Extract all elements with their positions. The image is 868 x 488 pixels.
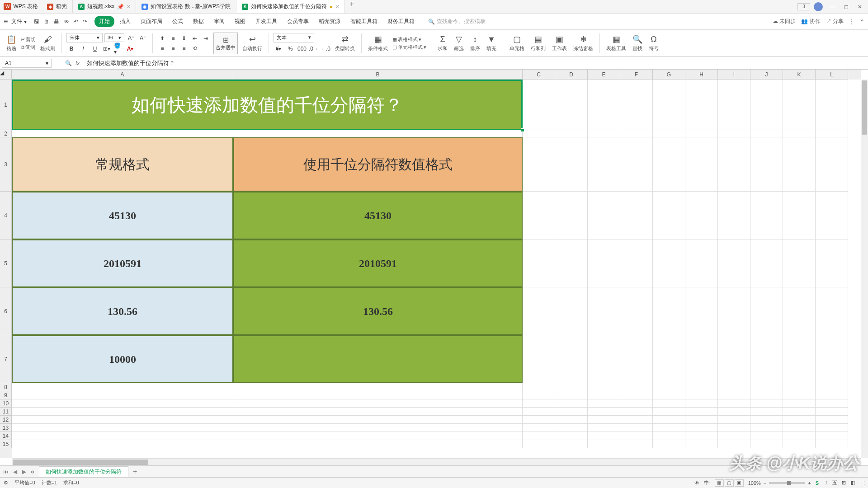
currency-icon[interactable]: ¥▾ <box>274 44 283 53</box>
name-box[interactable]: A1▾ <box>2 59 52 68</box>
cell[interactable] <box>523 399 555 408</box>
col-header-D[interactable]: D <box>555 70 588 80</box>
cell[interactable] <box>588 391 620 399</box>
cell[interactable] <box>620 383 653 391</box>
cell[interactable] <box>523 408 555 416</box>
cell[interactable] <box>685 239 718 287</box>
settings-icon[interactable]: ⚙ <box>4 480 8 486</box>
cell[interactable] <box>523 137 555 192</box>
cell[interactable] <box>233 416 523 424</box>
cell[interactable] <box>783 432 816 440</box>
cell[interactable] <box>750 408 783 416</box>
cell[interactable] <box>783 383 816 391</box>
cell[interactable] <box>816 424 848 432</box>
cell[interactable] <box>523 80 555 130</box>
cell[interactable] <box>718 80 750 130</box>
cell[interactable] <box>783 391 816 399</box>
cell[interactable] <box>233 399 523 408</box>
cell-style-button[interactable]: ▢ 单元格样式▾ <box>392 44 426 51</box>
new-tab-button[interactable]: + <box>345 0 358 13</box>
cell[interactable] <box>783 80 816 130</box>
cell[interactable] <box>12 416 233 424</box>
tab-dev[interactable]: 开发工具 <box>251 16 282 27</box>
cell[interactable] <box>685 391 718 399</box>
moon-icon[interactable]: ☽ <box>823 480 828 486</box>
tab-review[interactable]: 审阅 <box>209 16 229 27</box>
cell[interactable] <box>750 432 783 440</box>
saveas-icon[interactable]: 🗎 <box>44 19 49 25</box>
cell[interactable] <box>12 130 233 137</box>
cell[interactable] <box>653 137 685 192</box>
cell[interactable] <box>12 424 233 432</box>
eye-icon[interactable]: 👁 <box>694 480 699 486</box>
row-header-12[interactable]: 12 <box>0 416 12 424</box>
cell[interactable] <box>653 239 685 287</box>
cell[interactable] <box>588 440 620 448</box>
header-normal[interactable]: 常规格式 <box>12 137 233 192</box>
cell[interactable] <box>816 440 848 448</box>
decrease-font-icon[interactable]: A⁻ <box>138 33 148 42</box>
cell[interactable] <box>718 287 750 335</box>
col-header-H[interactable]: H <box>685 70 718 80</box>
cell[interactable] <box>620 239 653 287</box>
col-header-E[interactable]: E <box>588 70 620 80</box>
cell[interactable] <box>653 80 685 130</box>
cell[interactable] <box>816 239 848 287</box>
cell[interactable] <box>718 416 750 424</box>
cell[interactable] <box>523 424 555 432</box>
minimize-button[interactable]: — <box>826 1 839 12</box>
title-cell[interactable]: 如何快速添加数值的千位分隔符？ <box>12 80 523 130</box>
indent-inc-icon[interactable]: ⇥ <box>201 34 211 43</box>
cell[interactable] <box>816 192 848 239</box>
cell[interactable] <box>653 424 685 432</box>
cell[interactable] <box>588 137 620 192</box>
cell[interactable] <box>233 440 523 448</box>
cell[interactable] <box>523 432 555 440</box>
cell[interactable] <box>750 440 783 448</box>
cell[interactable] <box>620 287 653 335</box>
col-header-K[interactable]: K <box>783 70 816 80</box>
align-mid-icon[interactable]: ≡ <box>168 34 178 43</box>
fx-label[interactable]: fx <box>75 60 80 66</box>
type-convert-button[interactable]: ⇄类型转换 <box>333 33 357 53</box>
file-menu[interactable]: 文件 ▾ <box>11 18 27 25</box>
user-icon[interactable]: ◧ <box>850 480 855 486</box>
col-header-B[interactable]: B <box>233 70 523 80</box>
cell[interactable] <box>685 130 718 137</box>
page-view-icon[interactable]: ▢ <box>725 479 734 487</box>
col-header-I[interactable]: I <box>718 70 750 80</box>
cell[interactable] <box>12 440 233 448</box>
cell[interactable] <box>12 408 233 416</box>
cell[interactable] <box>555 335 588 383</box>
tab-formula[interactable]: 公式 <box>168 16 188 27</box>
sync-status[interactable]: ☁ 未同步 <box>773 18 796 25</box>
cell[interactable] <box>750 335 783 383</box>
preview-icon[interactable]: 👁 <box>64 19 69 25</box>
wrap-text-button[interactable]: ↩自动换行 <box>241 33 264 53</box>
tab-resource[interactable]: 稻壳资源 <box>314 16 345 27</box>
tab-data[interactable]: 数据 <box>189 16 208 27</box>
row-header-11[interactable]: 11 <box>0 408 12 416</box>
tab-smart[interactable]: 智能工具箱 <box>346 16 382 27</box>
expand-icon[interactable]: ⛶ <box>859 480 864 486</box>
sum-button[interactable]: Σ求和 <box>436 33 449 53</box>
cell[interactable] <box>588 432 620 440</box>
freeze-button[interactable]: ❄冻结窗格 <box>571 33 595 53</box>
bold-button[interactable]: B <box>66 44 76 53</box>
prev-sheet-icon[interactable]: ◀ <box>11 469 19 475</box>
cell[interactable] <box>750 383 783 391</box>
zoom-in-icon[interactable]: + <box>808 480 811 486</box>
cell[interactable] <box>12 399 233 408</box>
col-header-L[interactable]: L <box>816 70 848 80</box>
rowcol-button[interactable]: ▤行和列 <box>529 33 547 53</box>
cell[interactable] <box>685 416 718 424</box>
comma-icon[interactable]: 000 <box>297 44 307 53</box>
cell[interactable] <box>555 416 588 424</box>
cell[interactable] <box>783 130 816 137</box>
cell[interactable] <box>718 391 750 399</box>
cell-b-4[interactable]: 45130 <box>233 192 523 239</box>
row-header-6[interactable]: 6 <box>0 287 12 335</box>
row-header-15[interactable]: 15 <box>0 440 12 448</box>
cell[interactable] <box>555 80 588 130</box>
close-icon[interactable]: × <box>335 3 339 10</box>
